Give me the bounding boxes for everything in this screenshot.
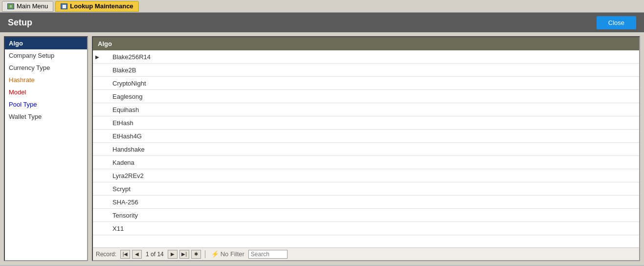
table-row[interactable]: Lyra2REv2 bbox=[93, 169, 639, 182]
menu-icon: ≡ bbox=[7, 3, 14, 9]
tab-lookup-maintenance-label: Lookup Maintenance bbox=[70, 2, 133, 10]
row-value: Lyra2REv2 bbox=[111, 172, 639, 179]
sidebar-item-model[interactable]: Model bbox=[5, 86, 87, 98]
row-value: CryptoNight bbox=[111, 80, 639, 87]
table-row[interactable]: EtHash bbox=[93, 116, 639, 130]
close-button[interactable]: Close bbox=[597, 16, 636, 29]
row-value: Blake2B bbox=[111, 66, 639, 74]
main-content: Algo Company Setup Currency Type Hashrat… bbox=[0, 32, 644, 265]
page-title: Setup bbox=[8, 18, 32, 28]
nav-prev-button[interactable]: ◀ bbox=[132, 250, 142, 259]
row-value: Kadena bbox=[111, 159, 639, 166]
nav-separator bbox=[205, 250, 205, 258]
tab-main-menu[interactable]: ≡ Main Menu bbox=[2, 1, 53, 12]
right-panel: Algo ▶Blake256R14Blake2BCryptoNightEagle… bbox=[92, 36, 640, 261]
sidebar-item-company-setup[interactable]: Company Setup bbox=[5, 49, 87, 62]
row-value: Tensority bbox=[111, 212, 639, 219]
row-value: Eaglesong bbox=[111, 93, 639, 100]
navigation-bar: Record: |◀ ◀ 1 of 14 ▶ ▶| ✱ ⚡ No Filter bbox=[93, 247, 639, 260]
table-row[interactable]: Eaglesong bbox=[93, 90, 639, 103]
table-row[interactable]: ▶Blake256R14 bbox=[93, 50, 639, 64]
no-filter-label: No Filter bbox=[221, 250, 244, 258]
table-column-header: Algo bbox=[93, 37, 639, 50]
table-row[interactable]: SHA-256 bbox=[93, 196, 639, 209]
row-value: Scrypt bbox=[111, 185, 639, 193]
sidebar-item-pool-type[interactable]: Pool Type bbox=[5, 98, 87, 111]
sidebar-item-algo[interactable]: Algo bbox=[5, 37, 87, 49]
sidebar-item-hashrate[interactable]: Hashrate bbox=[5, 74, 87, 86]
table-row[interactable]: EtHash4G bbox=[93, 130, 639, 143]
no-filter-indicator: ⚡ No Filter bbox=[211, 250, 244, 258]
row-value: SHA-256 bbox=[111, 199, 639, 206]
table-row[interactable]: Equihash bbox=[93, 103, 639, 116]
table-body[interactable]: ▶Blake256R14Blake2BCryptoNightEaglesongE… bbox=[93, 50, 639, 247]
table-row[interactable]: X11 bbox=[93, 222, 639, 235]
nav-next-button[interactable]: ▶ bbox=[168, 250, 178, 259]
table-icon: ▦ bbox=[61, 3, 67, 9]
table-row[interactable]: Tensority bbox=[93, 209, 639, 222]
table-row[interactable]: Handshake bbox=[93, 143, 639, 156]
table-row[interactable]: Kadena bbox=[93, 156, 639, 169]
row-value: Handshake bbox=[111, 146, 639, 153]
sidebar: Algo Company Setup Currency Type Hashrat… bbox=[4, 36, 88, 261]
row-value: EtHash bbox=[111, 119, 639, 127]
search-input[interactable] bbox=[248, 250, 288, 259]
nav-new-button[interactable]: ✱ bbox=[191, 250, 201, 259]
row-value: Equihash bbox=[111, 106, 639, 113]
tab-lookup-maintenance[interactable]: ▦ Lookup Maintenance bbox=[55, 1, 138, 12]
sidebar-item-wallet-type[interactable]: Wallet Type bbox=[5, 111, 87, 123]
filter-icon: ⚡ bbox=[211, 250, 219, 258]
row-arrow-indicator: ▶ bbox=[93, 54, 102, 60]
tab-bar: ≡ Main Menu ▦ Lookup Maintenance bbox=[0, 0, 644, 13]
record-label: Record: bbox=[96, 251, 116, 258]
setup-header: Setup Close bbox=[0, 13, 644, 32]
sidebar-item-currency-type[interactable]: Currency Type bbox=[5, 62, 87, 74]
nav-page-info: 1 of 14 bbox=[146, 251, 164, 258]
table-row[interactable]: CryptoNight bbox=[93, 77, 639, 90]
row-value: Blake256R14 bbox=[111, 53, 639, 61]
table-row[interactable]: Blake2B bbox=[93, 64, 639, 77]
row-value: EtHash4G bbox=[111, 133, 639, 140]
tab-main-menu-label: Main Menu bbox=[17, 2, 48, 10]
row-value: X11 bbox=[111, 225, 639, 232]
nav-last-button[interactable]: ▶| bbox=[179, 250, 189, 259]
nav-first-button[interactable]: |◀ bbox=[120, 250, 130, 259]
table-row[interactable]: Scrypt bbox=[93, 182, 639, 196]
